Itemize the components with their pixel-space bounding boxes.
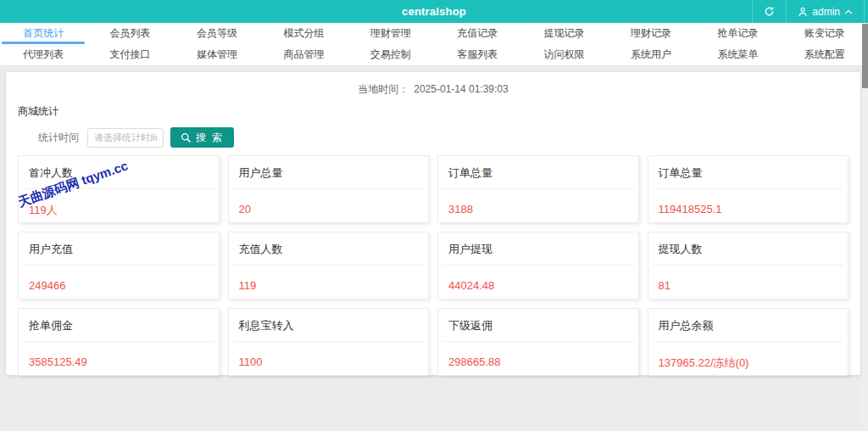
stat-card-total-orders: 订单总量 3188 [437,155,639,223]
stat-card-user-total-balance: 用户总余额 137965.22/冻结(0) [648,308,849,376]
stat-card-first-recharge-users: 首冲人数 119人 [18,155,220,223]
stat-card-grab-commission: 抢单佣金 3585125.49 [18,308,220,376]
search-time-label: 统计时间 [38,131,79,145]
chevron-up-icon [844,8,853,15]
stat-card-title: 用户总量 [229,156,429,188]
search-button-label: 搜 索 [196,131,224,145]
stat-card-value: 249466 [19,266,219,292]
search-button[interactable]: 搜 索 [170,127,234,148]
stat-card-subordinate-rebate: 下级返佣 298665.88 [437,308,639,376]
stat-card-value: 20 [229,189,429,216]
section-title: 商城统计 [18,104,854,119]
stat-card-value: 1100 [229,342,429,368]
tab-system-users[interactable]: 系统用户 [608,44,694,65]
stat-card-total-order-amount: 订单总量 119418525.1 [648,155,849,223]
nav-bar: 首页统计 会员列表 会员等级 模式分组 理财管理 充值记录 提现记录 理财记录 … [0,23,868,66]
tab-withdraw-records[interactable]: 提现记录 [520,23,607,44]
stat-card-value: 3188 [438,189,638,216]
stat-card-value: 137965.22/冻结(0) [648,342,849,371]
tab-payment-interface[interactable]: 支付接口 [86,44,173,65]
tab-grab-records[interactable]: 抢单记录 [694,23,781,44]
user-icon [798,7,808,17]
stat-card-value: 119人 [19,189,219,218]
stat-card-user-withdraw: 用户提现 44024.48 [437,232,639,299]
nav-row-1: 首页统计 会员列表 会员等级 模式分组 理财管理 充值记录 提现记录 理财记录 … [0,23,868,44]
tab-access-rights[interactable]: 访问权限 [520,44,607,65]
tab-service-list[interactable]: 客服列表 [434,44,520,65]
app-title: centralshop [0,5,868,18]
stat-card-value: 119418525.1 [648,189,849,216]
stats-cards-grid: 首冲人数 119人 用户总量 20 订单总量 3188 订单总量 1194185… [18,155,849,376]
stat-card-title: 用户总余额 [648,309,849,341]
tab-goods-manage[interactable]: 商品管理 [260,44,347,65]
stat-card-interest-transfer-in: 利息宝转入 1100 [228,308,430,376]
stat-time-input[interactable] [87,128,164,148]
app-header: centralshop admin [0,0,868,23]
scrollbar-track[interactable] [862,23,868,431]
stat-card-user-recharge: 用户充值 249466 [18,232,220,299]
tab-finance-manage[interactable]: 理财管理 [348,23,434,44]
tab-mode-group[interactable]: 模式分组 [260,23,347,44]
search-row: 统计时间 搜 索 [38,127,854,148]
local-time: 当地时间：2025-01-14 01:39:03 [13,81,854,97]
stat-card-title: 提现人数 [648,232,849,265]
tab-trade-control[interactable]: 交易控制 [348,44,434,65]
stat-card-title: 用户充值 [19,232,219,265]
tab-system-menu[interactable]: 系统菜单 [694,44,781,65]
header-right-controls: admin [752,0,865,23]
tab-home-stats[interactable]: 首页统计 [0,23,86,44]
stat-card-value: 44024.48 [438,266,638,292]
tab-system-config[interactable]: 系统配置 [782,44,868,65]
stat-card-value: 119 [229,266,429,292]
stat-card-title: 用户提现 [438,232,638,265]
tab-finance-records[interactable]: 理财记录 [608,23,694,44]
refresh-button[interactable] [752,0,786,23]
stat-card-total-users: 用户总量 20 [228,155,430,223]
stat-card-value: 81 [648,266,849,292]
main-panel: 当地时间：2025-01-14 01:39:03 商城统计 统计时间 搜 索 首… [6,72,860,375]
stat-card-title: 充值人数 [229,232,429,265]
stat-card-value: 3585125.49 [19,342,219,368]
stat-card-title: 订单总量 [648,156,849,188]
tab-agent-list[interactable]: 代理列表 [0,44,86,65]
local-time-label: 当地时间： [358,83,409,95]
stat-card-title: 订单总量 [438,156,638,188]
scrollbar-thumb[interactable] [862,24,868,88]
stat-card-withdraw-users: 提现人数 81 [648,232,849,299]
stat-card-title: 利息宝转入 [229,309,429,341]
user-name: admin [812,6,840,18]
stat-card-value: 298665.88 [438,342,638,368]
tab-recharge-records[interactable]: 充值记录 [434,23,520,44]
stat-card-recharge-users: 充值人数 119 [228,232,430,299]
tab-member-list[interactable]: 会员列表 [86,23,173,44]
user-menu[interactable]: admin [786,0,865,23]
tab-balance-records[interactable]: 账变记录 [782,23,868,44]
nav-row-2: 代理列表 支付接口 媒体管理 商品管理 交易控制 客服列表 访问权限 系统用户 … [0,44,868,65]
stat-card-title: 下级返佣 [438,309,638,341]
stat-card-title: 抢单佣金 [19,309,219,341]
tab-media-manage[interactable]: 媒体管理 [174,44,260,65]
magnifier-icon [181,132,192,143]
local-time-value: 2025-01-14 01:39:03 [414,83,508,95]
stat-card-title: 首冲人数 [19,156,219,188]
refresh-icon [764,6,775,17]
tab-member-level[interactable]: 会员等级 [174,23,260,44]
